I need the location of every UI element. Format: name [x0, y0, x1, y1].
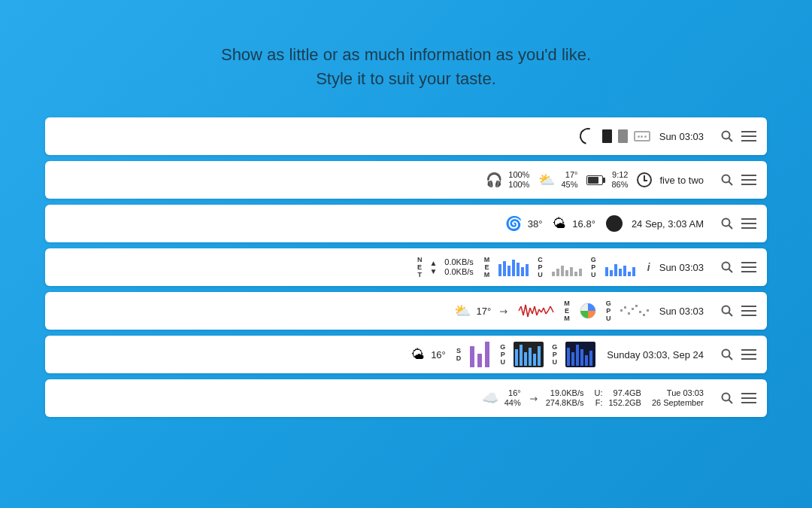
svg-line-54: [548, 306, 550, 311]
header-line2: Style it to suit your taste.: [221, 69, 591, 89]
search-icon-row2[interactable]: [720, 173, 734, 187]
svg-point-10: [723, 219, 730, 227]
svg-rect-64: [647, 309, 649, 312]
menu-icon[interactable]: [741, 130, 756, 142]
svg-rect-19: [517, 263, 520, 276]
search-icon[interactable]: [720, 129, 734, 143]
row5-gpu-label: G P U: [606, 300, 611, 322]
svg-rect-26: [570, 267, 573, 276]
svg-line-46: [530, 308, 532, 314]
svg-point-87: [723, 350, 730, 357]
svg-rect-15: [498, 264, 501, 276]
menubar-rows-container: Sun 03:03 🎧 100% 100% ⛅ 17° 45%: [45, 117, 767, 417]
svg-rect-60: [632, 308, 634, 310]
svg-line-6: [729, 182, 733, 186]
row3-cloud-icon: 🌤: [553, 216, 566, 232]
row2-time-text: five to two: [659, 175, 704, 186]
menu-icon-row6[interactable]: [741, 348, 756, 360]
net-arrows: ▲ ▼: [429, 259, 437, 275]
header-section: Show as little or as much information as…: [221, 45, 591, 89]
svg-rect-84: [580, 349, 583, 366]
search-icon-row5[interactable]: [720, 304, 734, 318]
row5-temp: 17°: [477, 306, 492, 317]
row5-arrow-icon: ↗: [498, 304, 511, 318]
mem-label: M E M: [484, 256, 490, 278]
menu-icon-row4[interactable]: [741, 261, 756, 273]
row7-storage: 97.4GB 152.2GB: [608, 388, 641, 408]
row4-net-speeds: 0.0KB/s 0.0KB/s: [444, 257, 474, 277]
menubar-row-1: Sun 03:03: [45, 117, 767, 155]
svg-rect-34: [628, 272, 631, 276]
svg-line-93: [729, 400, 733, 404]
search-icon-row6[interactable]: [720, 348, 734, 361]
svg-rect-79: [538, 346, 541, 366]
row5-items: ⛅ 17° ↗: [454, 300, 704, 322]
svg-rect-57: [620, 309, 623, 312]
weather-cloud-icon: ⛅: [538, 172, 555, 188]
svg-line-44: [526, 305, 528, 317]
fan-icon: 🌀: [505, 215, 522, 232]
moon-icon: [606, 215, 623, 232]
row7-net: 19.0KB/s 274.8KB/s: [546, 388, 584, 408]
menubar-row-6: 🌤 16° S D G P U: [45, 336, 767, 373]
svg-line-48: [535, 306, 537, 315]
svg-line-43: [523, 305, 526, 315]
svg-line-42: [521, 306, 523, 315]
svg-line-53: [546, 311, 548, 314]
svg-rect-33: [623, 266, 626, 276]
svg-line-37: [729, 269, 733, 273]
svg-point-92: [723, 394, 730, 401]
menu-icon-row7[interactable]: [741, 392, 756, 404]
menu-icon-row3[interactable]: [741, 217, 756, 230]
row7-weather: 16° 44%: [504, 388, 521, 408]
row2-weather: 17° 45%: [561, 170, 577, 190]
row7-uf-labels: U: F:: [594, 388, 602, 408]
menubar-row-5: ⛅ 17° ↗: [45, 292, 767, 330]
svg-rect-77: [529, 348, 532, 366]
svg-line-45: [528, 308, 530, 317]
search-icon-row7[interactable]: [720, 391, 734, 405]
row2-headphone-pct: 100% 100%: [508, 170, 529, 190]
svg-rect-21: [526, 264, 529, 276]
row4-datetime: Sun 03:03: [659, 262, 704, 273]
svg-line-1: [729, 138, 733, 142]
rect-outline-icon: [634, 131, 650, 141]
svg-rect-25: [565, 270, 568, 276]
svg-rect-16: [503, 261, 506, 276]
svg-line-88: [729, 357, 733, 360]
svg-rect-17: [508, 266, 511, 276]
search-icon-row4[interactable]: [720, 260, 734, 274]
svg-rect-63: [643, 314, 645, 316]
pie-chart: [579, 302, 597, 320]
row3-weather-temp: 16.8°: [572, 218, 595, 230]
row2-items: 🎧 100% 100% ⛅ 17° 45% 9:12 86%: [486, 170, 704, 190]
gpu-label: G P U: [591, 256, 596, 278]
headphones-icon: 🎧: [486, 172, 502, 188]
svg-rect-83: [576, 345, 579, 366]
spinner-icon: [577, 125, 599, 148]
cpu-chart: [552, 258, 582, 276]
row7-items: ☁️ 16° 44% ↗ 19.0KB/s 274.8KB/s U: F: 97…: [482, 388, 704, 408]
row3-datetime: 24 Sep, 3:03 AM: [632, 218, 704, 230]
row5-weather-icon: ⛅: [454, 303, 471, 319]
sd-chart: [469, 342, 492, 367]
rect-partial-icon: [618, 129, 628, 143]
row7-datetime: Tue 03:03 26 September: [652, 388, 704, 408]
clock-icon: [637, 172, 652, 187]
row5-mem-label: M E M: [564, 300, 570, 322]
row6-datetime: Sunday 03:03, Sep 24: [607, 349, 704, 360]
svg-point-5: [723, 175, 730, 183]
svg-rect-24: [561, 266, 564, 276]
search-icon-row3[interactable]: [720, 217, 734, 230]
waveform-chart: [517, 302, 555, 320]
battery-container: [586, 175, 605, 185]
row6-gpu-label1: G P U: [500, 343, 505, 366]
svg-rect-70: [470, 346, 474, 367]
menu-icon-row5[interactable]: [741, 305, 756, 317]
svg-rect-59: [628, 312, 630, 315]
row7-arrow-icon: ↗: [527, 391, 541, 405]
menu-icon-row2[interactable]: [741, 174, 756, 186]
menubar-row-4: N E T ▲ ▼ 0.0KB/s 0.0KB/s M E M: [45, 248, 767, 286]
svg-rect-58: [624, 306, 626, 309]
row3-items: 🌀 38° 🌤 16.8° 24 Sep, 3:03 AM: [505, 215, 704, 232]
